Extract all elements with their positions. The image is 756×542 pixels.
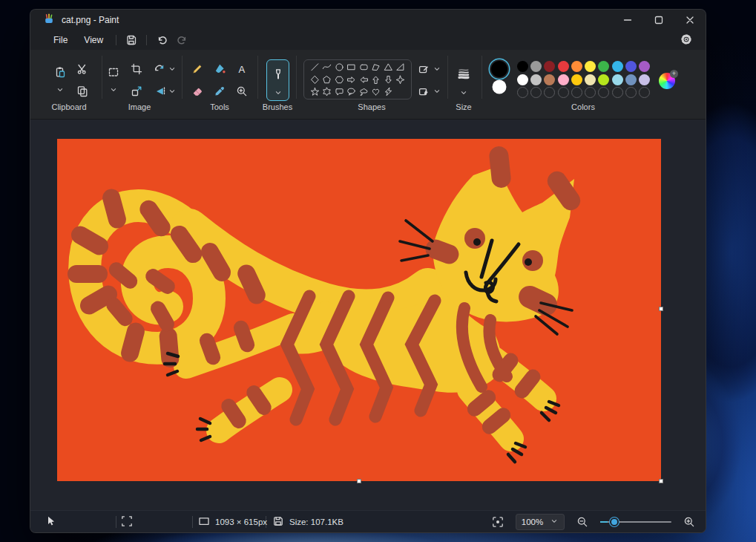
color-swatch-#8b1f24[interactable] — [544, 61, 555, 72]
color-swatch-#c3c3c3[interactable] — [530, 74, 542, 85]
shape-curve-icon[interactable] — [321, 62, 334, 74]
minimize-button[interactable] — [612, 10, 643, 30]
resize-button[interactable] — [127, 82, 146, 101]
color-swatch-empty[interactable] — [598, 87, 609, 98]
eraser-tool-button[interactable] — [188, 82, 207, 101]
magnifier-tool-button[interactable] — [232, 82, 252, 101]
settings-button[interactable] — [676, 31, 697, 48]
shape-rounded-rectangle-icon[interactable] — [358, 62, 370, 74]
drawing-canvas[interactable] — [57, 139, 661, 481]
color-swatch-empty[interactable] — [639, 87, 650, 98]
canvas-resize-handle-corner[interactable] — [659, 479, 663, 483]
text-tool-button[interactable]: A — [232, 59, 252, 79]
size-button[interactable] — [454, 64, 473, 83]
shape-rectangle-icon[interactable] — [346, 62, 358, 74]
canvas-resize-handle-right[interactable] — [659, 307, 663, 311]
color-picker-tool-button[interactable] — [210, 82, 229, 101]
secondary-color-swatch[interactable] — [493, 80, 507, 94]
shape-hexagon-icon[interactable] — [333, 74, 346, 85]
select-button[interactable] — [104, 62, 123, 82]
shape-six-point-star-icon[interactable] — [321, 85, 334, 97]
size-dropdown-chevron-icon[interactable] — [454, 83, 473, 102]
color-palette — [516, 60, 651, 99]
shape-triangle-icon[interactable] — [382, 62, 395, 74]
brushes-dropdown-chevron-icon[interactable] — [269, 83, 288, 102]
color-swatch-#ffaec9[interactable] — [558, 74, 569, 85]
shape-rounded-callout-icon[interactable] — [333, 85, 346, 97]
shape-lightning-icon[interactable] — [382, 85, 395, 97]
color-swatch-#efe4b0[interactable] — [585, 74, 596, 85]
shape-arrow-up-icon[interactable] — [370, 74, 383, 85]
color-swatch-#ffffff[interactable] — [517, 74, 528, 85]
color-swatch-empty[interactable] — [517, 87, 528, 98]
color-swatch-#a55bc6[interactable] — [639, 61, 650, 72]
rotate-dropdown-chevron-icon[interactable] — [162, 59, 182, 79]
paste-button[interactable] — [50, 62, 70, 82]
paste-dropdown-chevron-icon[interactable] — [50, 80, 70, 99]
color-swatch-#c8bfe7[interactable] — [639, 74, 650, 85]
color-swatch-empty[interactable] — [625, 87, 637, 98]
shape-outline-chevron-icon[interactable] — [427, 59, 447, 79]
color-swatch-empty[interactable] — [585, 87, 596, 98]
shape-cloud-callout-icon[interactable] — [358, 85, 370, 97]
shape-arrow-left-icon[interactable] — [358, 74, 370, 85]
color-swatch-#000000[interactable] — [517, 61, 528, 72]
brush-icon[interactable] — [269, 65, 288, 84]
close-button[interactable] — [674, 10, 706, 30]
brushes-button-selected[interactable] — [266, 59, 289, 101]
color-swatch-#ffc90e[interactable] — [571, 74, 582, 85]
select-dropdown-chevron-icon[interactable] — [104, 80, 123, 99]
menu-view[interactable]: View — [76, 33, 111, 48]
color-swatch-#ff8c37[interactable] — [571, 61, 582, 72]
titlebar[interactable]: cat.png - Paint — [30, 10, 706, 30]
color-swatch-#5156dd[interactable] — [625, 61, 637, 72]
color-swatch-empty[interactable] — [558, 87, 569, 98]
primary-color-swatch-selected[interactable] — [491, 61, 507, 77]
color-swatch-#35b5e8[interactable] — [612, 61, 623, 72]
shape-arrow-right-icon[interactable] — [346, 74, 358, 85]
color-swatch-empty[interactable] — [544, 87, 555, 98]
color-swatch-#b97a57[interactable] — [544, 74, 555, 85]
shape-diamond-icon[interactable] — [309, 74, 321, 85]
color-swatch-#e83a3e[interactable] — [558, 61, 569, 72]
flip-dropdown-chevron-icon[interactable] — [162, 82, 182, 101]
color-swatch-#7092be[interactable] — [625, 74, 637, 85]
zoom-in-button[interactable] — [679, 514, 700, 530]
color-swatch-#3cb44a[interactable] — [598, 61, 609, 72]
shape-five-point-star-icon[interactable] — [309, 85, 321, 97]
edit-colors-wheel-button[interactable]: + — [659, 73, 675, 89]
zoom-out-button[interactable] — [572, 514, 593, 530]
cut-button[interactable] — [73, 59, 92, 79]
maximize-button[interactable] — [643, 10, 674, 30]
pencil-tool-button[interactable] — [188, 59, 207, 79]
color-swatch-#ffe93e[interactable] — [585, 61, 596, 72]
copy-button[interactable] — [73, 82, 92, 101]
color-swatch-empty[interactable] — [571, 87, 582, 98]
fill-tool-button[interactable] — [210, 59, 229, 79]
canvas-resize-handle-bottom[interactable] — [357, 479, 361, 483]
zoom-to-fit-button[interactable] — [487, 514, 508, 530]
zoom-level-dropdown[interactable]: 100% — [516, 514, 565, 530]
color-swatch-#b5e61d[interactable] — [598, 74, 609, 85]
shape-pentagon-icon[interactable] — [321, 74, 334, 85]
redo-button[interactable] — [172, 32, 193, 48]
shape-line-icon[interactable] — [309, 62, 321, 74]
zoom-slider[interactable] — [600, 517, 671, 527]
shape-fill-chevron-icon[interactable] — [427, 82, 447, 101]
zoom-slider-thumb[interactable] — [610, 517, 619, 526]
shape-right-triangle-icon[interactable] — [395, 62, 407, 74]
shape-arrow-down-icon[interactable] — [382, 74, 395, 85]
color-swatch-empty[interactable] — [530, 87, 542, 98]
shape-oval-icon[interactable] — [333, 62, 346, 74]
shape-oval-callout-icon[interactable] — [346, 85, 358, 97]
color-swatch-empty[interactable] — [612, 87, 623, 98]
crop-button[interactable] — [127, 59, 146, 79]
color-swatch-#9a9a9a[interactable] — [530, 61, 542, 72]
undo-button[interactable] — [151, 32, 172, 48]
menu-file[interactable]: File — [45, 33, 76, 48]
shape-heart-icon[interactable] — [370, 85, 383, 97]
shape-polygon-icon[interactable] — [370, 62, 383, 74]
color-swatch-#99d9ea[interactable] — [612, 74, 623, 85]
shape-four-point-star-icon[interactable] — [395, 74, 407, 85]
save-button[interactable] — [121, 32, 142, 48]
